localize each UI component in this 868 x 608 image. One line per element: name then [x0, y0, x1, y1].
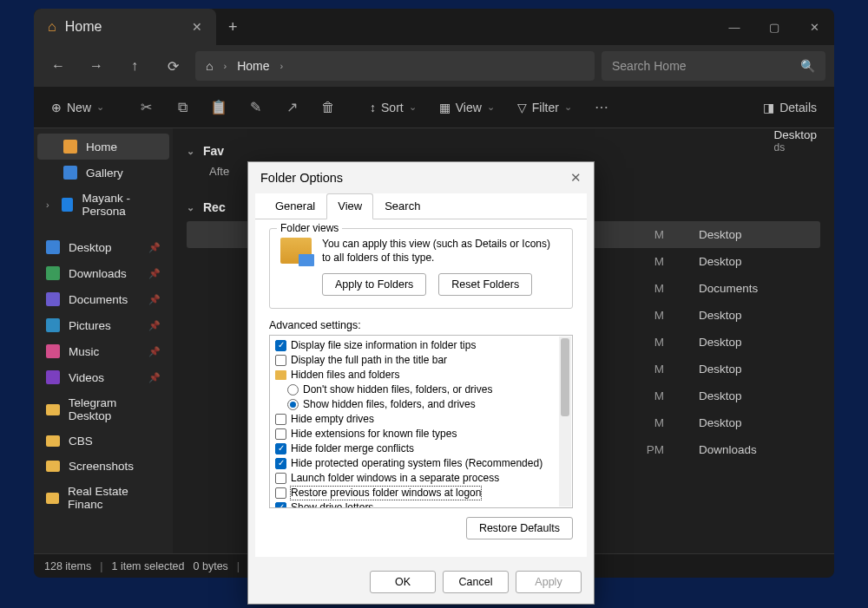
paste-button[interactable]: 📋	[203, 92, 234, 123]
folder-icon	[46, 493, 59, 504]
tab-search[interactable]: Search	[373, 193, 431, 219]
details-button[interactable]: ◨Details	[754, 95, 825, 120]
tree-item[interactable]: Restore previous folder windows at logon	[275, 486, 567, 500]
scrollbar[interactable]	[559, 337, 571, 507]
tree-item[interactable]: ✓Hide folder merge conflicts	[275, 441, 567, 456]
details-icon: ◨	[763, 101, 774, 114]
checkbox[interactable]: ✓	[275, 502, 286, 508]
sidebar-item-downloads[interactable]: Downloads📌	[37, 260, 169, 286]
advanced-settings-tree[interactable]: ✓Display file size information in folder…	[269, 335, 573, 508]
sidebar-item-real-estate-financ[interactable]: Real Estate Financ	[37, 479, 169, 517]
selected-count: 1 item selected	[111, 560, 184, 572]
minimize-button[interactable]: —	[714, 11, 754, 42]
titlebar: ⌂ Home ✕ + — ▢ ✕	[34, 9, 834, 45]
cut-button[interactable]: ✂	[130, 92, 161, 123]
folder-views-text: You can apply this view (such as Details…	[322, 238, 562, 265]
folder-icon	[46, 318, 60, 332]
tab-general[interactable]: General	[264, 193, 326, 219]
dialog-tabs: GeneralViewSearch	[255, 193, 587, 219]
home-icon: ⌂	[206, 59, 213, 73]
tree-item[interactable]: Hidden files and folders	[275, 368, 567, 382]
folder-options-dialog: Folder Options ✕ GeneralViewSearch Folde…	[247, 161, 595, 605]
sidebar-item-cbs[interactable]: CBS	[37, 428, 169, 454]
tree-item[interactable]: Show hidden files, folders, and drives	[275, 397, 567, 412]
sidebar-item-home[interactable]: Home	[37, 134, 169, 160]
sidebar: HomeGallery›Mayank - PersonaDesktop📌Down…	[34, 128, 173, 553]
view-button[interactable]: ▦View⌄	[431, 95, 503, 120]
sidebar-item-telegram-desktop[interactable]: Telegram Desktop	[37, 390, 169, 428]
checkbox[interactable]	[275, 487, 286, 499]
navbar: ← → ↑ ⟳ ⌂ › Home › Search Home 🔍	[34, 45, 834, 87]
checkbox[interactable]: ✓	[275, 458, 286, 469]
scrollbar-thumb[interactable]	[561, 338, 569, 416]
close-window-button[interactable]: ✕	[794, 11, 834, 42]
tree-item[interactable]: Launch folder windows in a separate proc…	[275, 471, 567, 486]
folder-views-label: Folder views	[277, 222, 342, 234]
tree-item[interactable]: ✓Hide protected operating system files (…	[275, 456, 567, 471]
sidebar-item-videos[interactable]: Videos📌	[37, 364, 169, 390]
checkbox[interactable]	[275, 355, 286, 366]
checkbox[interactable]: ✓	[275, 340, 286, 351]
pin-icon: 📌	[148, 242, 161, 253]
sort-button[interactable]: ↕Sort⌄	[361, 95, 425, 120]
search-icon: 🔍	[800, 59, 815, 73]
pin-icon: 📌	[148, 294, 161, 305]
apply-to-folders-button[interactable]: Apply to Folders	[322, 273, 426, 296]
sidebar-item-pictures[interactable]: Pictures📌	[37, 312, 169, 338]
up-button[interactable]: ↑	[119, 50, 150, 82]
breadcrumb-item[interactable]: Home	[237, 59, 269, 73]
tree-item[interactable]: Hide empty drives	[275, 412, 567, 427]
tree-item[interactable]: Don't show hidden files, folders, or dri…	[275, 382, 567, 397]
forward-button[interactable]: →	[81, 50, 112, 82]
new-tab-button[interactable]: +	[216, 18, 250, 36]
more-button[interactable]: ⋯	[586, 92, 617, 123]
checkbox[interactable]: ✓	[275, 443, 286, 454]
filter-button[interactable]: ▽Filter⌄	[509, 95, 581, 120]
sidebar-item-screenshots[interactable]: Screenshots	[37, 454, 169, 479]
close-icon[interactable]: ✕	[570, 171, 582, 185]
tab-title: Home	[65, 19, 102, 35]
nav-icon	[63, 140, 77, 154]
advanced-settings-label: Advanced settings:	[269, 319, 573, 331]
restore-defaults-button[interactable]: Restore Defaults	[466, 517, 573, 539]
pin-icon: 📌	[148, 320, 161, 331]
rename-button[interactable]: ✎	[240, 92, 271, 123]
radio[interactable]	[287, 399, 299, 410]
sort-icon: ↕	[370, 101, 376, 114]
apply-button[interactable]: Apply	[516, 571, 582, 593]
sidebar-item-gallery[interactable]: Gallery	[37, 160, 169, 186]
cancel-button[interactable]: Cancel	[443, 571, 509, 593]
sidebar-item-mayank---persona[interactable]: ›Mayank - Persona	[37, 186, 169, 224]
reset-folders-button[interactable]: Reset Folders	[438, 273, 532, 296]
folder-icon	[46, 435, 60, 447]
close-tab-icon[interactable]: ✕	[192, 20, 202, 34]
ok-button[interactable]: OK	[370, 571, 436, 593]
checkbox[interactable]	[275, 414, 286, 425]
view-icon: ▦	[439, 101, 450, 114]
sidebar-item-desktop[interactable]: Desktop📌	[37, 234, 169, 260]
sidebar-item-documents[interactable]: Documents📌	[37, 286, 169, 312]
new-button[interactable]: ⊕New⌄	[43, 95, 113, 120]
tab-view[interactable]: View	[326, 193, 373, 219]
breadcrumb[interactable]: ⌂ › Home ›	[195, 51, 595, 81]
folder-icon	[46, 240, 60, 254]
tree-item[interactable]: ✓Show drive letters	[275, 500, 567, 508]
radio[interactable]	[287, 384, 299, 396]
tree-item[interactable]: ✓Display file size information in folder…	[275, 338, 567, 353]
tab-home[interactable]: ⌂ Home ✕	[34, 9, 216, 45]
copy-button[interactable]: ⧉	[167, 92, 198, 123]
checkbox[interactable]	[275, 428, 286, 440]
tree-item[interactable]: Hide extensions for known file types	[275, 427, 567, 441]
tree-item[interactable]: Display the full path in the title bar	[275, 353, 567, 368]
item-count: 128 items	[44, 560, 91, 572]
delete-button[interactable]: 🗑	[312, 92, 344, 123]
back-button[interactable]: ←	[43, 50, 74, 82]
plus-circle-icon: ⊕	[51, 101, 62, 114]
checkbox[interactable]	[275, 473, 286, 484]
maximize-button[interactable]: ▢	[754, 11, 794, 42]
share-button[interactable]: ↗	[276, 92, 307, 123]
sidebar-item-music[interactable]: Music📌	[37, 338, 169, 364]
refresh-button[interactable]: ⟳	[157, 50, 188, 82]
dialog-titlebar: Folder Options ✕	[248, 162, 594, 193]
search-input[interactable]: Search Home 🔍	[602, 51, 825, 81]
